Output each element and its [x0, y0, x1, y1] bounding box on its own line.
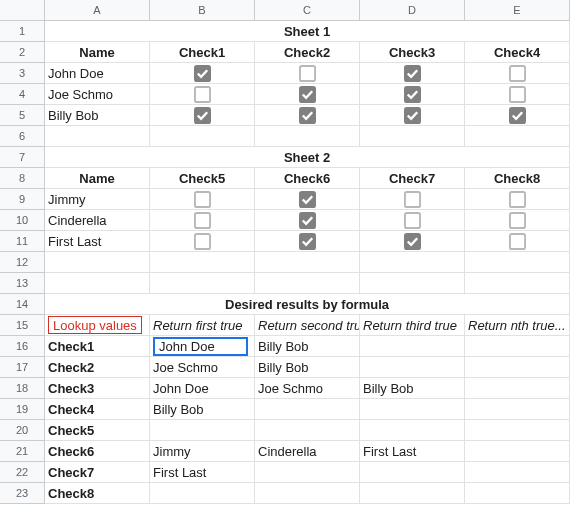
- results-val-6-0[interactable]: First Last: [150, 462, 255, 483]
- results-key-5[interactable]: Check6: [45, 441, 150, 462]
- sheet2-checkbox-0-2[interactable]: [360, 189, 465, 210]
- row-header-7[interactable]: 7: [0, 147, 45, 168]
- row-header-21[interactable]: 21: [0, 441, 45, 462]
- results-val-5-0[interactable]: Jimmy: [150, 441, 255, 462]
- sheet1-checkbox-1-2[interactable]: [360, 84, 465, 105]
- sheet2-checkbox-1-1[interactable]: [255, 210, 360, 231]
- results-key-3[interactable]: Check4: [45, 399, 150, 420]
- sheet1-checkbox-1-1[interactable]: [255, 84, 360, 105]
- results-val-0-0[interactable]: John Doe: [150, 336, 255, 357]
- row-header-11[interactable]: 11: [0, 231, 45, 252]
- sheet1-checkbox-1-3[interactable]: [465, 84, 570, 105]
- results-key-7[interactable]: Check8: [45, 483, 150, 504]
- results-val-6-3[interactable]: [465, 462, 570, 483]
- row-header-12[interactable]: 12: [0, 252, 45, 273]
- sheet2-name-2[interactable]: First Last: [45, 231, 150, 252]
- sheet2-checkbox-0-1[interactable]: [255, 189, 360, 210]
- row-header-8[interactable]: 8: [0, 168, 45, 189]
- results-val-7-0[interactable]: [150, 483, 255, 504]
- sheet1-checkbox-2-3[interactable]: [465, 105, 570, 126]
- sheet1-checkbox-2-1[interactable]: [255, 105, 360, 126]
- results-val-2-3[interactable]: [465, 378, 570, 399]
- row-header-4[interactable]: 4: [0, 84, 45, 105]
- row-header-10[interactable]: 10: [0, 210, 45, 231]
- sheet1-checkbox-0-3[interactable]: [465, 63, 570, 84]
- row-header-15[interactable]: 15: [0, 315, 45, 336]
- results-key-0[interactable]: Check1: [45, 336, 150, 357]
- row-header-17[interactable]: 17: [0, 357, 45, 378]
- results-val-5-1[interactable]: Cinderella: [255, 441, 360, 462]
- column-header-C[interactable]: C: [255, 0, 360, 21]
- column-header-A[interactable]: A: [45, 0, 150, 21]
- results-val-4-1[interactable]: [255, 420, 360, 441]
- row-header-5[interactable]: 5: [0, 105, 45, 126]
- results-val-1-2[interactable]: [360, 357, 465, 378]
- sheet1-checkbox-0-1[interactable]: [255, 63, 360, 84]
- results-val-1-0[interactable]: Joe Schmo: [150, 357, 255, 378]
- results-val-6-2[interactable]: [360, 462, 465, 483]
- active-cell[interactable]: John Doe: [153, 337, 248, 356]
- sheet1-checkbox-0-2[interactable]: [360, 63, 465, 84]
- sheet1-checkbox-1-0[interactable]: [150, 84, 255, 105]
- results-val-2-0[interactable]: John Doe: [150, 378, 255, 399]
- results-key-4[interactable]: Check5: [45, 420, 150, 441]
- row-header-9[interactable]: 9: [0, 189, 45, 210]
- sheet2-checkbox-2-2[interactable]: [360, 231, 465, 252]
- row-header-2[interactable]: 2: [0, 42, 45, 63]
- results-val-5-3[interactable]: [465, 441, 570, 462]
- sheet1-name-2[interactable]: Billy Bob: [45, 105, 150, 126]
- row-header-23[interactable]: 23: [0, 483, 45, 504]
- results-val-7-2[interactable]: [360, 483, 465, 504]
- row-header-6[interactable]: 6: [0, 126, 45, 147]
- results-val-5-2[interactable]: First Last: [360, 441, 465, 462]
- results-val-0-3[interactable]: [465, 336, 570, 357]
- sheet2-checkbox-2-3[interactable]: [465, 231, 570, 252]
- results-key-1[interactable]: Check2: [45, 357, 150, 378]
- sheet1-checkbox-2-0[interactable]: [150, 105, 255, 126]
- results-val-3-3[interactable]: [465, 399, 570, 420]
- results-val-0-2[interactable]: [360, 336, 465, 357]
- sheet2-checkbox-1-3[interactable]: [465, 210, 570, 231]
- sheet1-name-0[interactable]: John Doe: [45, 63, 150, 84]
- sheet2-checkbox-2-0[interactable]: [150, 231, 255, 252]
- row-header-20[interactable]: 20: [0, 420, 45, 441]
- results-val-4-2[interactable]: [360, 420, 465, 441]
- row-header-16[interactable]: 16: [0, 336, 45, 357]
- results-val-3-1[interactable]: [255, 399, 360, 420]
- results-val-2-1[interactable]: Joe Schmo: [255, 378, 360, 399]
- sheet2-name-1[interactable]: Cinderella: [45, 210, 150, 231]
- column-header-D[interactable]: D: [360, 0, 465, 21]
- sheet2-checkbox-0-0[interactable]: [150, 189, 255, 210]
- results-key-2[interactable]: Check3: [45, 378, 150, 399]
- sheet1-checkbox-2-2[interactable]: [360, 105, 465, 126]
- sheet1-checkbox-0-0[interactable]: [150, 63, 255, 84]
- results-val-1-1[interactable]: Billy Bob: [255, 357, 360, 378]
- row-header-18[interactable]: 18: [0, 378, 45, 399]
- sheet1-name-1[interactable]: Joe Schmo: [45, 84, 150, 105]
- sheet2-name-0[interactable]: Jimmy: [45, 189, 150, 210]
- results-key-6[interactable]: Check7: [45, 462, 150, 483]
- row-header-1[interactable]: 1: [0, 21, 45, 42]
- results-val-6-1[interactable]: [255, 462, 360, 483]
- sheet2-checkbox-0-3[interactable]: [465, 189, 570, 210]
- results-val-1-3[interactable]: [465, 357, 570, 378]
- column-header-B[interactable]: B: [150, 0, 255, 21]
- row-header-22[interactable]: 22: [0, 462, 45, 483]
- results-val-4-0[interactable]: [150, 420, 255, 441]
- results-val-4-3[interactable]: [465, 420, 570, 441]
- results-val-0-1[interactable]: Billy Bob: [255, 336, 360, 357]
- results-col-2: Return third true: [360, 315, 465, 336]
- results-val-3-2[interactable]: [360, 399, 465, 420]
- sheet2-checkbox-1-0[interactable]: [150, 210, 255, 231]
- row-header-13[interactable]: 13: [0, 273, 45, 294]
- row-header-3[interactable]: 3: [0, 63, 45, 84]
- results-val-3-0[interactable]: Billy Bob: [150, 399, 255, 420]
- results-val-2-2[interactable]: Billy Bob: [360, 378, 465, 399]
- row-header-14[interactable]: 14: [0, 294, 45, 315]
- results-val-7-3[interactable]: [465, 483, 570, 504]
- column-header-E[interactable]: E: [465, 0, 570, 21]
- sheet2-checkbox-2-1[interactable]: [255, 231, 360, 252]
- sheet2-checkbox-1-2[interactable]: [360, 210, 465, 231]
- results-val-7-1[interactable]: [255, 483, 360, 504]
- row-header-19[interactable]: 19: [0, 399, 45, 420]
